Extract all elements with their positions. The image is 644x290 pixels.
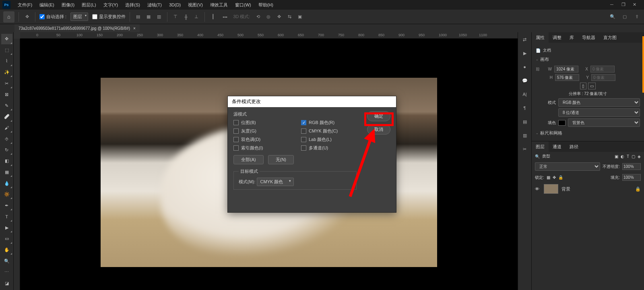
menu-plugins[interactable]: 增效工具 (207, 0, 231, 10)
history-brush-tool[interactable]: ↻ (1, 145, 12, 155)
menu-filter[interactable]: 滤镜(T) (144, 0, 165, 10)
tab-adjustments[interactable]: 调整 (549, 32, 566, 43)
ruler-vertical[interactable] (14, 39, 20, 290)
tab-close-icon[interactable]: × (133, 26, 136, 31)
layer-name[interactable]: 背景 (561, 186, 570, 192)
tab-libraries[interactable]: 库 (566, 32, 578, 43)
filter-adj-icon[interactable]: ◐ (621, 154, 624, 159)
hand-tool[interactable]: ✋ (1, 245, 12, 255)
width-input[interactable] (554, 66, 578, 72)
menu-3d[interactable]: 3D(D) (166, 1, 184, 9)
blur-tool[interactable]: 💧 (1, 178, 12, 188)
menu-layer[interactable]: 图层(L) (78, 0, 99, 10)
align-center-h-icon[interactable]: ▦ (144, 13, 153, 21)
mode-select[interactable]: RGB 颜色 (558, 98, 640, 107)
align-center-v-icon[interactable]: ╫ (182, 13, 190, 21)
menu-select[interactable]: 选择(S) (122, 0, 143, 10)
menu-window[interactable]: 窗口(W) (232, 0, 254, 10)
heal-tool[interactable]: 🩹 (1, 112, 12, 122)
link-icon[interactable]: ⛓ (536, 67, 540, 71)
gradient-tool[interactable]: ▦ (1, 167, 12, 178)
distribute-icon[interactable]: ┃ (209, 13, 217, 21)
check-duotone[interactable]: 双色调(D) (233, 137, 289, 143)
tab-navigator[interactable]: 导航器 (578, 32, 599, 43)
menu-edit[interactable]: 编辑(E) (36, 0, 58, 10)
transform-controls-checkbox[interactable] (92, 14, 97, 19)
layer-row-background[interactable]: 👁 背景 🔒 (532, 182, 644, 195)
modify-icon[interactable]: ✂ (521, 145, 529, 153)
check-cmyk[interactable]: CMYK 颜色(C) (301, 128, 357, 134)
blend-mode-select[interactable]: 正常 (535, 162, 600, 171)
comments-icon[interactable]: 💬 (521, 77, 529, 85)
tab-properties[interactable]: 属性 (532, 32, 549, 43)
para-icon[interactable]: ¶ (521, 104, 529, 112)
filter-smart-icon[interactable]: ◈ (638, 154, 641, 159)
canvas-section[interactable]: ⌄画布 (536, 55, 640, 64)
actions-icon[interactable]: ▶ (521, 49, 529, 57)
color-swatches[interactable]: ◪ (1, 278, 12, 288)
height-input[interactable] (555, 74, 579, 81)
filter-type-icon[interactable]: T (627, 154, 629, 159)
fill-select[interactable]: 背景色 (568, 118, 640, 127)
fill-input[interactable] (622, 174, 641, 181)
shape-tool[interactable]: ▭ (1, 234, 12, 244)
menu-help[interactable]: 帮助(H) (255, 0, 277, 10)
lasso-tool[interactable]: ⌇ (1, 56, 12, 66)
lock-pixels-icon[interactable]: ▦ (547, 175, 550, 180)
marquee-tool[interactable]: ⬚ (1, 45, 12, 56)
check-rgb[interactable]: RGB 颜色(R) (301, 120, 357, 126)
check-multichannel[interactable]: 多通道(U) (301, 145, 357, 151)
eyedropper-tool[interactable]: ✎ (1, 100, 12, 111)
wand-tool[interactable]: ✨ (1, 67, 12, 78)
crop-tool[interactable]: ✂ (1, 78, 12, 89)
portrait-icon[interactable]: ▯ (580, 83, 586, 89)
menu-image[interactable]: 图像(I) (58, 0, 78, 10)
zoom-tool[interactable]: 🔍 (1, 256, 12, 266)
auto-select-checkbox[interactable] (39, 14, 45, 19)
close-icon[interactable]: ✕ (633, 2, 638, 8)
tab-paths[interactable]: 路径 (566, 141, 582, 152)
layer-thumbnail[interactable] (544, 184, 558, 194)
align-top-icon[interactable]: ⊤ (171, 13, 180, 21)
lock-all-icon[interactable]: 🔒 (558, 175, 563, 180)
document-tab[interactable]: 73a2c87e699503e8171a6955d6999677.jpg @ 1… (14, 24, 140, 32)
fill-swatch[interactable] (558, 120, 566, 126)
tab-histogram[interactable]: 直方图 (599, 32, 621, 43)
menu-type[interactable]: 文字(Y) (100, 0, 122, 10)
menu-file[interactable]: 文件(F) (14, 0, 35, 10)
align-bottom-icon[interactable]: ⊥ (192, 13, 200, 21)
lock-icon[interactable]: 🔒 (635, 186, 641, 192)
move-tool[interactable]: ✥ (1, 34, 12, 44)
learn-icon[interactable]: ⇄ (521, 35, 529, 44)
tab-channels[interactable]: 通道 (549, 141, 566, 152)
all-button[interactable]: 全部(A) (233, 155, 264, 164)
char-icon[interactable]: A| (521, 90, 529, 98)
share-icon[interactable]: ⇪ (633, 13, 641, 21)
check-gray[interactable]: 灰度(G) (233, 128, 289, 134)
pen-tool[interactable]: ✒ (1, 200, 12, 211)
stamp-tool[interactable]: ⯑ (1, 134, 12, 144)
maximize-icon[interactable]: ❐ (621, 2, 627, 8)
check-indexed[interactable]: 索引颜色(I) (233, 145, 289, 151)
ok-button[interactable]: 确定 (367, 111, 390, 121)
type-tool[interactable]: T (1, 211, 12, 222)
menu-view[interactable]: 视图(V) (185, 0, 206, 10)
align-right-icon[interactable]: ▥ (155, 13, 163, 21)
landscape-icon[interactable]: ▭ (588, 83, 596, 89)
check-lab[interactable]: Lab 颜色(L) (301, 137, 357, 143)
frame-tool[interactable]: ⊠ (1, 89, 12, 100)
lock-position-icon[interactable]: ✥ (553, 175, 556, 180)
filter-pixel-icon[interactable]: ▣ (615, 154, 618, 159)
glyph-icon[interactable]: ▤ (521, 118, 529, 126)
ruler-horizontal[interactable]: 0 50 100 150 200 250 300 350 400 450 500… (20, 32, 518, 39)
none-button[interactable]: 无(N) (268, 155, 294, 164)
depth-select[interactable]: 8 位/通道 (558, 108, 640, 117)
ruler-grid-section[interactable]: ⌄标尺和网格 (536, 128, 640, 138)
more-icon[interactable]: ••• (221, 13, 229, 21)
layer-select-dropdown[interactable]: 图层 (70, 12, 88, 21)
opacity-input[interactable] (622, 163, 641, 170)
search-icon[interactable]: 🔍 (609, 13, 617, 21)
visibility-icon[interactable]: 👁 (535, 186, 541, 191)
cancel-button[interactable]: 取消 (367, 124, 390, 135)
home-button[interactable]: ⌂ (3, 11, 14, 23)
